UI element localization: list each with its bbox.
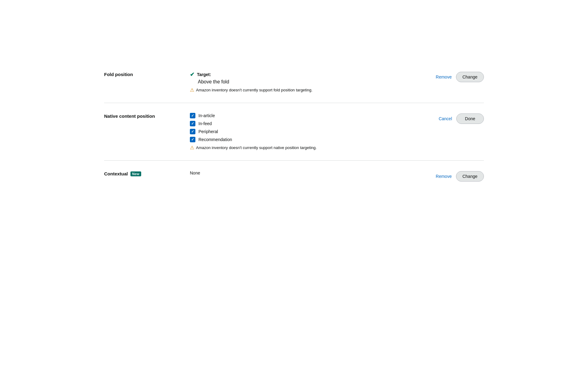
- native-content-section: Native content position In-article In-fe…: [104, 103, 484, 161]
- page-container: Fold position ✔ Target: Above the fold ⚠…: [80, 0, 508, 216]
- contextual-content: None: [190, 171, 423, 175]
- fold-remove-button[interactable]: Remove: [435, 73, 452, 81]
- contextual-new-badge: New: [130, 171, 141, 176]
- warning-icon: ⚠: [190, 87, 194, 93]
- fold-position-content: ✔ Target: Above the fold ⚠ Amazon invent…: [190, 71, 423, 93]
- native-warning-row: ⚠ Amazon inventory doesn't currently sup…: [190, 145, 410, 151]
- fold-position-section: Fold position ✔ Target: Above the fold ⚠…: [104, 61, 484, 103]
- checkbox-in-feed: In-feed: [190, 121, 410, 126]
- checkbox-in-feed-label: In-feed: [198, 121, 212, 126]
- native-cancel-button[interactable]: Cancel: [438, 115, 453, 122]
- fold-position-actions: Remove Change: [423, 71, 484, 82]
- fold-warning-text: Amazon inventory doesn't currently suppo…: [196, 88, 312, 92]
- target-label: Target:: [197, 72, 211, 77]
- native-warning-text: Amazon inventory doesn't currently suppo…: [196, 145, 317, 150]
- target-row: ✔ Target:: [190, 71, 410, 78]
- native-content-actions: Cancel Done: [423, 113, 484, 124]
- contextual-label: Contextual New: [104, 171, 190, 176]
- native-done-button[interactable]: Done: [456, 113, 484, 124]
- fold-position-label: Fold position: [104, 71, 190, 77]
- contextual-title: Contextual: [104, 171, 128, 176]
- checkbox-recommendation-icon[interactable]: [190, 137, 195, 142]
- native-content-label: Native content position: [104, 113, 190, 119]
- checkbox-peripheral: Peripheral: [190, 129, 410, 134]
- checkbox-in-feed-icon[interactable]: [190, 121, 195, 126]
- checkbox-recommendation: Recommendation: [190, 137, 410, 142]
- contextual-value: None: [190, 170, 200, 175]
- contextual-actions: Remove Change: [423, 171, 484, 182]
- checkbox-peripheral-label: Peripheral: [198, 129, 218, 134]
- fold-value: Above the fold: [198, 79, 410, 85]
- native-warning-icon: ⚠: [190, 145, 194, 151]
- contextual-remove-button[interactable]: Remove: [435, 173, 452, 180]
- checkbox-in-article-label: In-article: [198, 113, 215, 118]
- native-content-content: In-article In-feed Peripheral Recommenda…: [190, 113, 423, 151]
- checkbox-in-article: In-article: [190, 113, 410, 118]
- contextual-change-button[interactable]: Change: [456, 171, 484, 182]
- fold-change-button[interactable]: Change: [456, 72, 484, 82]
- native-content-title: Native content position: [104, 113, 155, 119]
- fold-position-title: Fold position: [104, 72, 133, 77]
- checkbox-peripheral-icon[interactable]: [190, 129, 195, 134]
- checkbox-recommendation-label: Recommendation: [198, 137, 232, 142]
- check-green-icon: ✔: [190, 71, 194, 78]
- contextual-section: Contextual New None Remove Change: [104, 161, 484, 191]
- checkbox-in-article-icon[interactable]: [190, 113, 195, 118]
- fold-warning-row: ⚠ Amazon inventory doesn't currently sup…: [190, 87, 410, 93]
